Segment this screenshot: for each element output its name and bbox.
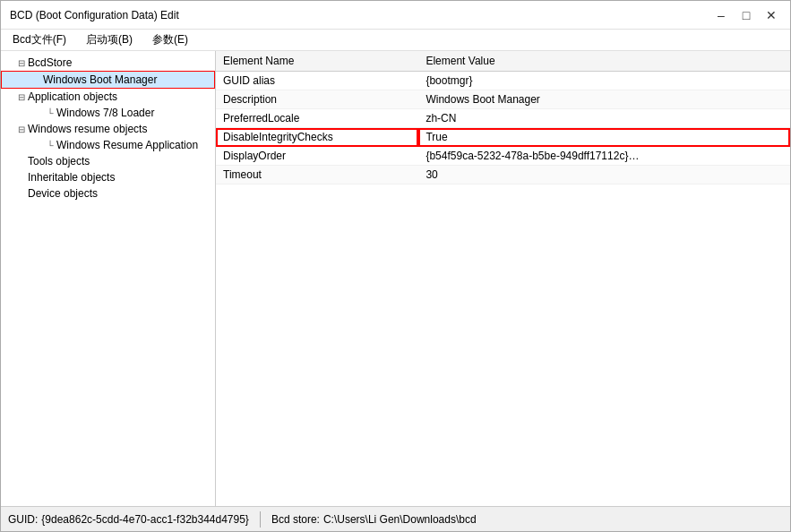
io-expand-icon (15, 173, 28, 183)
wro-expand-icon: ⊟ (15, 124, 28, 134)
tree-root-label: BcdStore (28, 56, 72, 69)
tree-item-label: Tools objects (28, 155, 90, 167)
tree-item-label: Application objects (28, 90, 117, 103)
property-value-description: Windows Boot Manager (418, 90, 790, 109)
property-value-guid-alias: {bootmgr} (418, 72, 790, 90)
window-controls: – □ ✕ (709, 6, 783, 24)
tree-item-tools-objects[interactable]: Tools objects (1, 153, 215, 169)
do-expand-icon (15, 189, 28, 199)
property-name-display-order: DisplayOrder (216, 147, 418, 166)
minimize-button[interactable]: – (709, 6, 733, 24)
to-expand-icon (15, 157, 28, 167)
w78-expand-icon: └ (44, 108, 56, 118)
tree-item-device-objects[interactable]: Device objects (1, 185, 215, 202)
tree-item-label: Windows resume objects (28, 123, 147, 135)
root-expand-icon: ⊟ (15, 58, 28, 68)
tree-item-application-objects[interactable]: ⊟ Application objects (1, 89, 215, 105)
properties-table: Element Name Element Value GUID alias{bo… (216, 51, 790, 184)
property-value-display-order: {b54f59ca-5232-478a-b5be-949dff17112c}… (418, 147, 790, 166)
property-value-preferred-locale: zh-CN (418, 109, 790, 128)
col-element-value: Element Value (418, 51, 790, 72)
status-divider (260, 511, 261, 528)
property-row-guid-alias[interactable]: GUID alias{bootmgr} (216, 72, 790, 90)
maximize-button[interactable]: □ (735, 6, 758, 24)
menu-boot-item[interactable]: 启动项(B) (78, 30, 141, 50)
bcd-store-label: Bcd store: (271, 513, 320, 526)
property-name-description: Description (216, 90, 418, 109)
tree-item-label: Windows Boot Manager (43, 73, 157, 86)
tree-item-windows-78-loader[interactable]: └ Windows 7/8 Loader (1, 105, 215, 121)
tree-item-inheritable-objects[interactable]: Inheritable objects (1, 169, 215, 185)
properties-panel: Element Name Element Value GUID alias{bo… (216, 51, 790, 506)
tree-item-windows-boot-manager[interactable]: Windows Boot Manager (1, 71, 215, 89)
tree-item-windows-resume-application[interactable]: └ Windows Resume Application (1, 137, 215, 153)
tree-item-label: Windows Resume Application (56, 139, 198, 151)
bcd-store-section: Bcd store: C:\Users\Li Gen\Downloads\bcd (271, 513, 477, 526)
property-row-timeout[interactable]: Timeout30 (216, 166, 790, 184)
property-name-disable-integrity-checks: DisableIntegrityChecks (216, 128, 418, 147)
tree-panel: ⊟ BcdStore Windows Boot Manager ⊟ Applic… (1, 51, 216, 506)
main-content: ⊟ BcdStore Windows Boot Manager ⊟ Applic… (1, 51, 790, 506)
property-row-description[interactable]: DescriptionWindows Boot Manager (216, 90, 790, 109)
property-name-timeout: Timeout (216, 166, 418, 184)
statusbar: GUID: {9dea862c-5cdd-4e70-acc1-f32b344d4… (1, 506, 790, 531)
window-title: BCD (Boot Configuration Data) Edit (10, 9, 179, 21)
guid-section: GUID: {9dea862c-5cdd-4e70-acc1-f32b344d4… (8, 513, 249, 526)
wra-expand-icon: └ (44, 141, 56, 150)
property-name-guid-alias: GUID alias (216, 72, 418, 90)
tree-item-windows-resume-objects[interactable]: ⊟ Windows resume objects (1, 121, 215, 137)
titlebar: BCD (Boot Configuration Data) Edit – □ ✕ (1, 1, 790, 30)
tree-item-label: Inheritable objects (28, 171, 115, 184)
property-value-disable-integrity-checks: True (418, 128, 790, 147)
col-element-name: Element Name (216, 51, 418, 72)
tree-root[interactable]: ⊟ BcdStore (1, 55, 215, 71)
property-row-disable-integrity-checks[interactable]: DisableIntegrityChecksTrue (216, 128, 790, 147)
property-value-timeout: 30 (418, 166, 790, 184)
property-name-preferred-locale: PreferredLocale (216, 109, 418, 128)
tree-item-label: Windows 7/8 Loader (56, 107, 154, 119)
guid-label: GUID: (8, 513, 38, 526)
property-row-preferred-locale[interactable]: PreferredLocalezh-CN (216, 109, 790, 128)
menu-params[interactable]: 参数(E) (144, 30, 196, 50)
menu-bcd-file[interactable]: Bcd文件(F) (4, 30, 74, 50)
close-button[interactable]: ✕ (760, 6, 783, 24)
tree-item-label: Device objects (28, 187, 98, 200)
property-row-display-order[interactable]: DisplayOrder{b54f59ca-5232-478a-b5be-949… (216, 147, 790, 166)
ao-expand-icon: ⊟ (15, 92, 28, 102)
menubar: Bcd文件(F) 启动项(B) 参数(E) (1, 30, 790, 51)
bcd-store-value: C:\Users\Li Gen\Downloads\bcd (323, 513, 477, 526)
guid-value: {9dea862c-5cdd-4e70-acc1-f32b344d4795} (41, 513, 249, 526)
wbm-expand-icon (30, 75, 43, 85)
